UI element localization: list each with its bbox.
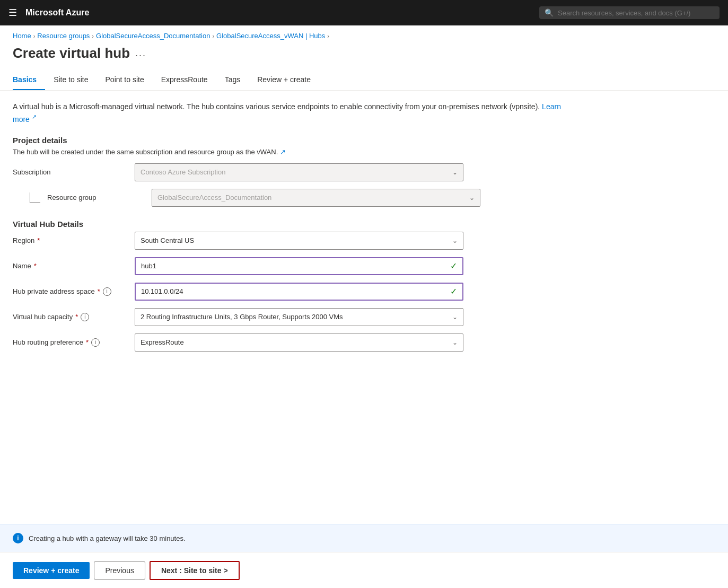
name-input-wrapper: ✓ <box>135 257 463 275</box>
resource-group-row: Resource group GlobalSecureAccess_Docume… <box>30 189 571 207</box>
search-bar[interactable]: 🔍 <box>539 6 720 19</box>
name-row: Name * ✓ <box>13 257 571 275</box>
region-dropdown-arrow: ⌄ <box>452 237 458 244</box>
tab-site-to-site[interactable]: Site to site <box>45 70 97 90</box>
hamburger-icon[interactable]: ☰ <box>8 7 17 19</box>
address-space-input-wrapper: ✓ <box>135 283 463 301</box>
region-label: Region * <box>13 236 129 244</box>
breadcrumb-documentation[interactable]: GlobalSecureAccess_Documentation <box>96 32 210 40</box>
region-dropdown[interactable]: South Central US ⌄ <box>135 232 463 250</box>
capacity-row: Virtual hub capacity * i 2 Routing Infra… <box>13 308 571 326</box>
page-title: Create virtual hub <box>13 45 130 62</box>
tab-point-to-site[interactable]: Point to site <box>97 70 153 90</box>
search-input[interactable] <box>558 9 714 17</box>
routing-required: * <box>86 338 89 346</box>
subscription-value: Contoso Azure Subscription <box>141 168 452 176</box>
tab-basics[interactable]: Basics <box>13 70 45 90</box>
breadcrumb-sep-4: › <box>327 33 329 39</box>
routing-dropdown[interactable]: ExpressRoute ⌄ <box>135 334 463 352</box>
routing-label: Hub routing preference * i <box>13 338 129 347</box>
capacity-required: * <box>75 313 78 321</box>
name-valid-icon: ✓ <box>450 261 457 271</box>
breadcrumb: Home › Resource groups › GlobalSecureAcc… <box>0 25 728 43</box>
breadcrumb-sep-1: › <box>33 33 36 39</box>
address-info-icon[interactable]: i <box>103 287 111 296</box>
resource-group-dropdown-arrow: ⌄ <box>469 194 475 201</box>
external-link-icon-2: ↗ <box>280 148 286 156</box>
capacity-value: 2 Routing Infrastructure Units, 3 Gbps R… <box>141 313 452 321</box>
tabs-bar: Basics Site to site Point to site Expres… <box>0 70 728 91</box>
project-details-sub: The hub will be created under the same s… <box>13 148 571 156</box>
subscription-dropdown[interactable]: Contoso Azure Subscription ⌄ <box>135 163 463 181</box>
search-icon: 🔍 <box>545 8 554 17</box>
project-details-header: Project details <box>13 136 571 145</box>
tab-expressroute[interactable]: ExpressRoute <box>153 70 216 90</box>
breadcrumb-vwan-hubs[interactable]: GlobalSecureAccess_vWAN | Hubs <box>216 32 325 40</box>
routing-info-icon[interactable]: i <box>91 338 100 347</box>
name-required: * <box>34 262 37 270</box>
address-required: * <box>98 287 100 295</box>
resource-group-value: GlobalSecureAccess_Documentation <box>157 194 469 201</box>
hub-details-header: Virtual Hub Details <box>13 220 571 229</box>
page-title-row: Create virtual hub ... <box>0 43 728 70</box>
indent-line <box>30 192 40 203</box>
address-space-label: Hub private address space * i <box>13 287 129 296</box>
capacity-label: Virtual hub capacity * i <box>13 313 129 321</box>
routing-value: ExpressRoute <box>141 338 452 346</box>
project-details-link[interactable]: ↗ <box>280 148 286 156</box>
address-space-input[interactable] <box>141 287 450 295</box>
resource-group-dropdown[interactable]: GlobalSecureAccess_Documentation ⌄ <box>152 189 480 207</box>
breadcrumb-sep-2: › <box>92 33 94 39</box>
subscription-dropdown-arrow: ⌄ <box>452 169 458 176</box>
description-text: A virtual hub is a Microsoft-managed vir… <box>13 101 571 125</box>
subscription-row: Subscription Contoso Azure Subscription … <box>13 163 571 181</box>
address-valid-icon: ✓ <box>450 286 457 296</box>
region-row: Region * South Central US ⌄ <box>13 232 571 250</box>
resource-group-label: Resource group <box>30 192 146 203</box>
tab-review-create[interactable]: Review + create <box>249 70 319 90</box>
address-space-row: Hub private address space * i ✓ <box>13 283 571 301</box>
region-value: South Central US <box>141 236 452 244</box>
page-options-icon[interactable]: ... <box>135 48 146 59</box>
name-label: Name * <box>13 262 129 270</box>
breadcrumb-home[interactable]: Home <box>13 32 31 40</box>
routing-row: Hub routing preference * i ExpressRoute … <box>13 334 571 352</box>
region-required: * <box>37 236 40 244</box>
navbar: ☰ Microsoft Azure 🔍 <box>0 0 728 25</box>
external-link-icon: ↗ <box>32 113 37 120</box>
subscription-label: Subscription <box>13 168 129 176</box>
capacity-info-icon[interactable]: i <box>81 313 89 321</box>
routing-dropdown-arrow: ⌄ <box>452 339 458 346</box>
name-input[interactable] <box>141 262 450 270</box>
content-area: A virtual hub is a Microsoft-managed vir… <box>0 91 583 370</box>
breadcrumb-resource-groups[interactable]: Resource groups <box>37 32 90 40</box>
capacity-dropdown[interactable]: 2 Routing Infrastructure Units, 3 Gbps R… <box>135 308 463 326</box>
breadcrumb-sep-3: › <box>212 33 214 39</box>
capacity-dropdown-arrow: ⌄ <box>452 313 458 321</box>
tab-tags[interactable]: Tags <box>216 70 249 90</box>
brand-name: Microsoft Azure <box>25 8 531 17</box>
